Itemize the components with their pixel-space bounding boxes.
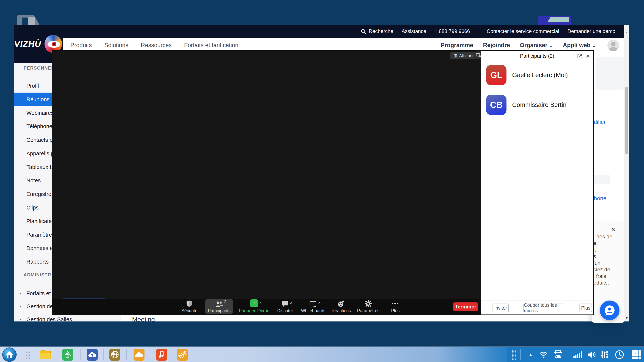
settings-app-button[interactable] xyxy=(177,349,188,361)
participant-name: Commissaire Bertin xyxy=(512,101,566,108)
support-chat-button[interactable] xyxy=(600,301,620,320)
assistance-link[interactable]: Assistance xyxy=(402,28,426,34)
nav-item-organiser[interactable]: Organiser⌄ xyxy=(520,42,553,49)
background-window-tab[interactable] xyxy=(16,15,39,25)
scrollbar-up-icon[interactable]: ▲ xyxy=(624,30,629,34)
tray-grip[interactable] xyxy=(512,350,516,360)
mute-all-button[interactable]: Couper tous les micros xyxy=(524,304,564,312)
invite-button[interactable]: Inviter xyxy=(492,304,509,312)
show-hidden-icons-button[interactable]: ▲ xyxy=(527,347,534,362)
end-meeting-button[interactable]: Terminer xyxy=(453,303,478,311)
view-button[interactable]: ⊞ Afficher xyxy=(450,52,477,59)
security-button[interactable]: Sécurité xyxy=(179,299,200,314)
whiteboards-caret-icon[interactable]: ^ xyxy=(318,301,321,307)
home-button[interactable] xyxy=(2,348,16,362)
account-avatar[interactable] xyxy=(608,39,619,51)
share-screen-button[interactable]: ↑ ^ Partager l'écran xyxy=(239,299,269,314)
reactions-button[interactable]: Réactions xyxy=(331,299,352,314)
nav-item-solutions[interactable]: Solutions xyxy=(104,42,128,49)
whiteboard-icon xyxy=(309,301,317,307)
participant-name: Gaëlle Leclerc (Moi) xyxy=(512,71,568,79)
media-app-button[interactable] xyxy=(156,349,167,361)
nav-item-programme[interactable]: Programme xyxy=(441,42,473,49)
nav-item-ressources[interactable]: Ressources xyxy=(141,42,172,49)
cloud-upload-icon xyxy=(88,352,96,358)
close-panel-icon[interactable]: ✕ xyxy=(586,53,590,59)
popout-icon[interactable] xyxy=(577,54,582,59)
whiteboards-button[interactable]: ^ Whiteboards xyxy=(301,299,326,314)
globe-icon xyxy=(111,351,119,359)
search-link[interactable]: Recherche xyxy=(361,28,393,34)
chat-caret-icon[interactable]: ^ xyxy=(290,301,292,307)
participant-avatar: GL xyxy=(486,65,506,85)
nav-item-produits[interactable]: Produits xyxy=(70,42,92,49)
scrollbar-down-icon[interactable]: ▼ xyxy=(624,316,629,320)
participants-panel: Participants (2) ✕ GL Gaëlle Leclerc (Mo… xyxy=(481,51,593,315)
wifi-button[interactable] xyxy=(538,347,549,362)
chat-bubble-icon xyxy=(282,301,289,307)
cloud-app-button[interactable] xyxy=(134,349,144,361)
volume-button[interactable] xyxy=(586,347,597,362)
topbar-divider xyxy=(478,28,478,35)
meeting-window: ⊞ Afficher xyxy=(52,50,594,315)
system-tray: ▲ xyxy=(507,347,644,362)
signal-strength-indicator[interactable] xyxy=(573,347,584,362)
taskbar: ▲ xyxy=(0,347,644,362)
nav-item-appli-web[interactable]: Appli web⌄ xyxy=(563,42,596,49)
panel-more-button[interactable]: Plus xyxy=(580,304,592,312)
participant-avatar: CB xyxy=(486,95,506,115)
notice-close-icon[interactable]: ✕ xyxy=(611,226,616,233)
search-icon xyxy=(361,29,366,34)
more-dots-icon: ••• xyxy=(392,300,399,307)
mixer-button[interactable] xyxy=(599,347,610,362)
share-caret-icon[interactable]: ^ xyxy=(259,301,262,307)
mail-app-button[interactable] xyxy=(62,349,73,361)
gears-icon xyxy=(178,351,187,359)
app-grid-button[interactable] xyxy=(630,347,643,362)
home-icon xyxy=(5,351,14,359)
request-demo-link[interactable]: Demander une démo xyxy=(568,28,615,34)
contact-sales-link[interactable]: Contacter le service commercial xyxy=(487,28,559,34)
scrollbar-thumb[interactable] xyxy=(625,87,628,154)
chat-button[interactable]: ^ Discuter xyxy=(275,299,296,314)
taskbar-separator xyxy=(172,349,172,360)
page-button-fragment[interactable] xyxy=(593,175,610,184)
browser-app-button[interactable] xyxy=(110,349,120,361)
utility-topbar: Recherche Assistance 1.888.799.9666 Cont… xyxy=(14,25,624,38)
participant-row[interactable]: GL Gaëlle Leclerc (Moi) xyxy=(481,61,593,89)
nav-item-forfaits[interactable]: Forfaits et tarification xyxy=(184,42,238,49)
chevron-down-icon: ⌄ xyxy=(592,43,596,48)
meeting-video-area: ⊞ Afficher xyxy=(52,51,481,315)
nav-item-rejoindre[interactable]: Rejoindre xyxy=(483,42,510,49)
folder-icon xyxy=(39,350,51,360)
files-button[interactable] xyxy=(39,349,52,361)
printer-button[interactable] xyxy=(552,347,564,362)
cloud-upload-app-button[interactable] xyxy=(87,349,98,361)
avatar-head xyxy=(611,42,616,46)
share-screen-icon: ↑ xyxy=(250,299,258,307)
more-button[interactable]: ••• Plus xyxy=(385,299,406,314)
participants-panel-title: Participants (2) xyxy=(520,53,554,59)
notice-line: un xyxy=(594,260,624,266)
modifier-link-fragment[interactable]: difier xyxy=(594,119,606,125)
wifi-icon xyxy=(539,351,548,359)
participant-row[interactable]: CB Commissaire Bertin xyxy=(481,91,593,119)
signal-bars-icon xyxy=(574,351,584,358)
phone-number[interactable]: 1.888.799.9666 xyxy=(434,28,470,34)
taskbar-separator xyxy=(80,349,80,360)
speaker-icon xyxy=(587,351,596,359)
notice-line: e, xyxy=(594,240,624,246)
shield-icon xyxy=(186,300,192,307)
taskbar-grip[interactable] xyxy=(26,350,30,359)
clock-button[interactable] xyxy=(614,347,625,362)
chevron-right-icon: › xyxy=(20,304,21,309)
cloud-icon xyxy=(135,352,143,358)
chat-person-icon xyxy=(604,304,616,316)
phone-link-fragment[interactable]: hone xyxy=(594,195,606,202)
participants-button[interactable]: 2 Participants xyxy=(205,299,233,314)
settings-button[interactable]: Paramètres xyxy=(357,299,380,314)
page-meeting-heading: Meeting xyxy=(132,316,155,323)
notice-line: s. xyxy=(594,253,624,260)
grid-view-icon: ⊞ xyxy=(454,53,457,58)
page-scrollbar[interactable]: ▲ ▼ xyxy=(624,25,629,322)
